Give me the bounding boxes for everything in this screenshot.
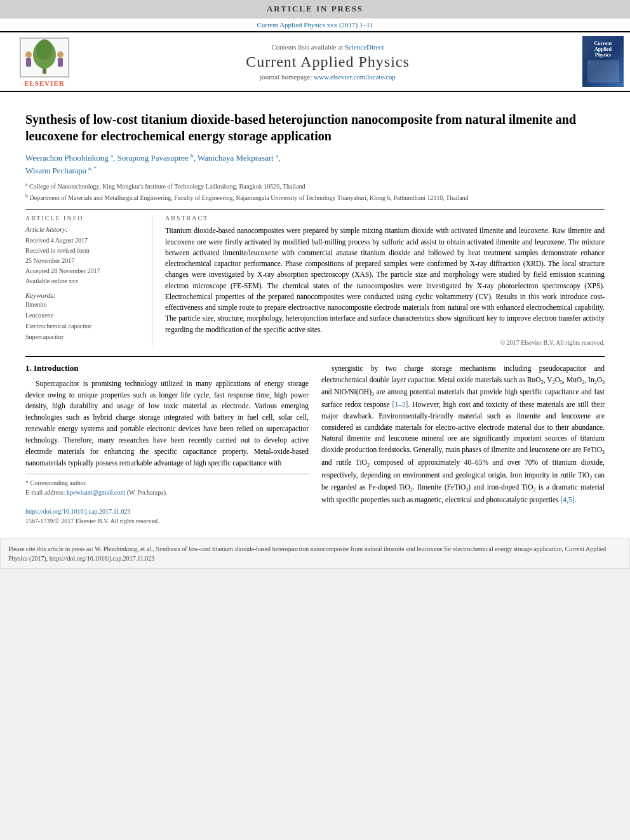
- journal-logo-right: Current Applied Physics: [573, 36, 624, 87]
- footnotes: * Corresponding author. E-mail address: …: [25, 474, 309, 526]
- journal-title: Current Applied Physics: [83, 53, 573, 70]
- svg-rect-6: [26, 58, 31, 67]
- email-person: (W. Pecharapa).: [127, 489, 168, 496]
- journal-header: ELSEVIER Contents lists available at Sci…: [0, 31, 630, 92]
- article-info-abstract: ARTICLE INFO Article history: Received 4…: [25, 209, 605, 346]
- logo-line1: Current: [594, 41, 612, 46]
- svg-point-4: [36, 39, 53, 60]
- intro-right-col: synergistic by two charge storage mechan…: [321, 363, 605, 526]
- abstract-text: Titanium dioxide-based nanocomposites we…: [165, 225, 605, 335]
- intro-para-right: synergistic by two charge storage mechan…: [321, 363, 605, 506]
- footnote-issn: 1567-1739/© 2017 Elsevier B.V. All right…: [25, 516, 309, 526]
- article-info-label: ARTICLE INFO: [25, 215, 144, 222]
- logo-line3: Physics: [595, 52, 611, 58]
- received-revised-label: Received in revised form: [25, 246, 144, 256]
- homepage-link[interactable]: www.elsevier.com/locate/cap: [314, 73, 396, 81]
- svg-point-7: [57, 51, 64, 58]
- doi-link[interactable]: https://doi.org/10.1016/j.cap.2017.11.02…: [25, 508, 131, 515]
- logo-line2: Applied: [594, 46, 612, 52]
- page-wrapper: ARTICLE IN PRESS Current Applied Physics…: [0, 0, 630, 569]
- kw-1: Ilmenite: [25, 299, 144, 310]
- journal-logo-box: Current Applied Physics: [582, 36, 624, 87]
- abstract-label: ABSTRACT: [165, 215, 605, 222]
- sciencedirect-label: Contents lists available at: [271, 43, 343, 51]
- affil-a-text: College of Nanotechnology, King Mongkut'…: [29, 183, 305, 190]
- article-body: Synthesis of low-cost titanium dioxide-b…: [0, 92, 630, 532]
- journal-center: Contents lists available at ScienceDirec…: [83, 43, 573, 81]
- logo-image-placeholder: [587, 60, 619, 83]
- intro-para-left: Supercapacitor is promising technology u…: [25, 378, 309, 469]
- affil-b-text: Department of Materials and Metallurgica…: [30, 194, 469, 201]
- footnote-corresponding: * Corresponding author.: [25, 478, 309, 488]
- author-2: Sorapong Pavasupree b: [117, 153, 193, 163]
- homepage-label: journal homepage:: [260, 73, 312, 81]
- introduction-section: 1. Introduction Supercapacitor is promis…: [25, 356, 605, 526]
- affil-b: b Department of Materials and Metallurgi…: [25, 192, 605, 203]
- elsevier-tree-icon: [19, 37, 70, 78]
- received-revised-date: 25 November 2017: [25, 256, 144, 266]
- author-4: Wisanu Pecharapa a, *: [25, 166, 97, 175]
- sciencedirect-line: Contents lists available at ScienceDirec…: [83, 43, 573, 51]
- homepage-line: journal homepage: www.elsevier.com/locat…: [83, 73, 573, 81]
- footnote-email: E-mail address: kpewisam@gmail.com (W. P…: [25, 488, 309, 497]
- author-1: Weerachon Phoohinkong a: [25, 153, 113, 163]
- received-date: Received 4 August 2017: [25, 236, 144, 246]
- intro-two-col: 1. Introduction Supercapacitor is promis…: [25, 363, 605, 526]
- history-title: Article history:: [25, 225, 144, 233]
- accepted-date: Accepted 28 November 2017: [25, 266, 144, 276]
- elsevier-wordmark: ELSEVIER: [24, 79, 65, 87]
- svg-point-5: [25, 51, 32, 58]
- intro-heading-text: 1. Introduction: [25, 363, 79, 373]
- footnote-doi: https://doi.org/10.1016/j.cap.2017.11.02…: [25, 507, 309, 516]
- authors-line: Weerachon Phoohinkong a, Sorapong Pavasu…: [25, 152, 605, 177]
- email-address[interactable]: kpewisam@gmail.com: [67, 489, 125, 496]
- copyright-line: © 2017 Elsevier B.V. All rights reserved…: [165, 339, 605, 346]
- intro-p1: Supercapacitor is promising technology u…: [25, 378, 309, 469]
- email-label: E-mail address:: [25, 489, 65, 496]
- aip-banner: ARTICLE IN PRESS: [0, 0, 630, 18]
- abstract-col: ABSTRACT Titanium dioxide-based nanocomp…: [165, 215, 605, 346]
- article-history: Article history: Received 4 August 2017 …: [25, 225, 144, 286]
- intro-heading: 1. Introduction: [25, 363, 309, 373]
- svg-rect-8: [58, 58, 63, 67]
- affil-a: a College of Nanotechnology, King Mongku…: [25, 181, 605, 191]
- abstract-paragraph: Titanium dioxide-based nanocomposites we…: [165, 225, 605, 335]
- available-date: Available online xxx: [25, 276, 144, 286]
- journal-ref: Current Applied Physics xxx (2017) 1–11: [0, 18, 630, 31]
- keywords-label: Keywords:: [25, 291, 144, 299]
- article-info-col: ARTICLE INFO Article history: Received 4…: [25, 215, 152, 346]
- kw-3: Electrochemical capacitor: [25, 321, 144, 331]
- affiliations: a College of Nanotechnology, King Mongku…: [25, 181, 605, 203]
- footer-citation-text: Please cite this article in press as: W.…: [8, 545, 606, 562]
- intro-left-col: 1. Introduction Supercapacitor is promis…: [25, 363, 309, 526]
- kw-2: Leucoxene: [25, 310, 144, 321]
- article-title: Synthesis of low-cost titanium dioxide-b…: [25, 111, 605, 144]
- author-3: Wanichaya Mekprasart a: [198, 153, 278, 163]
- footnote-blank: [25, 497, 309, 507]
- keywords-block: Keywords: Ilmenite Leucoxene Electrochem…: [25, 291, 144, 342]
- kw-4: Supercapacitor: [25, 331, 144, 342]
- sciencedirect-link[interactable]: ScienceDirect: [345, 43, 384, 51]
- footer-citation: Please cite this article in press as: W.…: [0, 538, 630, 569]
- journal-ref-text: Current Applied Physics xxx (2017) 1–11: [257, 21, 373, 29]
- intro-p2: synergistic by two charge storage mechan…: [321, 363, 605, 506]
- elsevier-logo: ELSEVIER: [6, 37, 83, 87]
- aip-banner-text: ARTICLE IN PRESS: [267, 4, 363, 13]
